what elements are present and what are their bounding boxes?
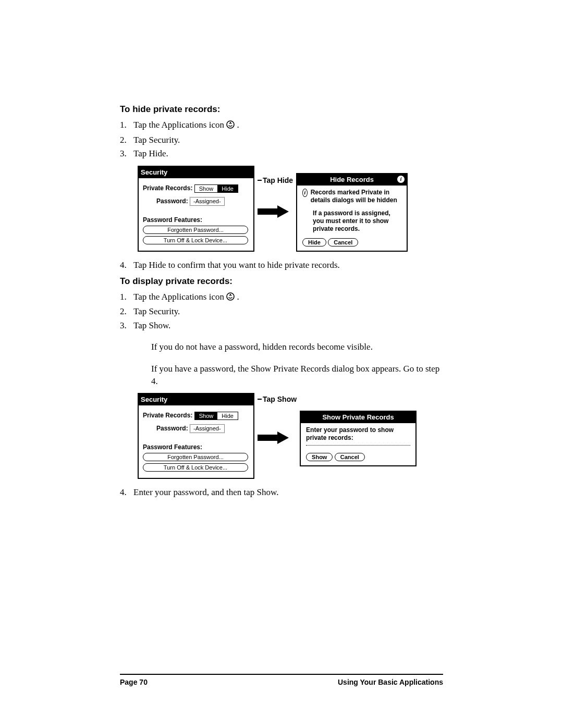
- step-text: Tap Hide.: [133, 147, 443, 161]
- applications-icon: [226, 120, 235, 133]
- panel-title: Security: [141, 168, 167, 176]
- list-item: 3. Tap Hide.: [120, 147, 443, 161]
- hide-button[interactable]: Hide: [302, 238, 326, 246]
- private-records-toggle[interactable]: Show Hide: [194, 412, 238, 420]
- info-icon[interactable]: i: [397, 175, 405, 183]
- cancel-button[interactable]: Cancel: [335, 453, 365, 461]
- page-footer: Page 70 Using Your Basic Applications: [120, 674, 443, 686]
- password-value[interactable]: -Assigned-: [190, 424, 225, 433]
- text: Tap the Applications icon: [133, 292, 226, 302]
- step-number: 2.: [120, 305, 133, 318]
- text: .: [237, 292, 239, 302]
- applications-icon: [226, 292, 235, 305]
- security-panel: Security Private Records: Show Hide Pass…: [138, 393, 254, 479]
- heading-display: To display private records:: [120, 276, 443, 287]
- list-item: 4. Tap Hide to confirm that you want to …: [120, 259, 443, 272]
- show-button[interactable]: Show: [306, 453, 333, 461]
- toggle-show[interactable]: Show: [195, 412, 218, 419]
- private-records-toggle[interactable]: Show Hide: [194, 184, 238, 193]
- list-item: 2. Tap Security.: [120, 134, 443, 147]
- turn-off-lock-button[interactable]: Turn Off & Lock Device...: [143, 236, 248, 244]
- dialog-title: Hide Records: [330, 176, 374, 183]
- text: .: [237, 120, 239, 130]
- info-icon: i: [302, 189, 308, 197]
- password-input[interactable]: [306, 445, 410, 446]
- security-panel: Security Private Records: Show Hide Pass…: [138, 166, 254, 252]
- forgotten-password-button[interactable]: Forgotten Password...: [143, 226, 248, 234]
- note-text: If you have a password, the Show Private…: [151, 363, 443, 388]
- step-text: Tap Security.: [133, 134, 443, 147]
- show-private-records-dialog: Show Private Records Enter your password…: [300, 411, 417, 466]
- password-label: Password:: [156, 198, 188, 205]
- step-text: Tap Show.: [133, 319, 443, 332]
- toggle-show[interactable]: Show: [195, 185, 218, 192]
- step-number: 3.: [120, 319, 133, 332]
- step-number: 1.: [120, 291, 133, 305]
- svg-marker-5: [258, 431, 289, 444]
- steps-hide-cont: 4. Tap Hide to confirm that you want to …: [120, 259, 443, 272]
- cancel-button[interactable]: Cancel: [328, 238, 358, 246]
- forgotten-password-button[interactable]: Forgotten Password...: [143, 453, 248, 461]
- private-records-label: Private Records:: [143, 184, 192, 192]
- password-features-label: Password Features:: [143, 216, 202, 224]
- dialog-title: Show Private Records: [322, 413, 394, 421]
- step-number: 2.: [120, 134, 133, 147]
- dialog-text: Records marked Private in details dialog…: [311, 189, 401, 204]
- password-value[interactable]: -Assigned-: [190, 197, 225, 206]
- turn-off-lock-button[interactable]: Turn Off & Lock Device...: [143, 463, 248, 472]
- dialog-text: If a password is assigned, you must ente…: [313, 209, 401, 233]
- step-text: Tap the Applications icon .: [133, 119, 443, 133]
- step-text: Tap Security.: [133, 305, 443, 318]
- step-number: 3.: [120, 147, 133, 161]
- step-text: Enter your password, and then tap Show.: [133, 486, 443, 499]
- steps-hide: 1. Tap the Applications icon . 2. Tap Se…: [120, 119, 443, 161]
- toggle-hide[interactable]: Hide: [217, 412, 238, 419]
- panel-title: Security: [141, 396, 167, 403]
- list-item: 3. Tap Show.: [120, 319, 443, 332]
- figure-hide: Security Private Records: Show Hide Pass…: [138, 166, 443, 252]
- password-features-label: Password Features:: [143, 443, 202, 451]
- private-records-label: Private Records:: [143, 412, 192, 419]
- step-number: 1.: [120, 119, 133, 133]
- dialog-text: Enter your password to show private reco…: [306, 426, 410, 442]
- note-text: If you do not have a password, hidden re…: [151, 341, 443, 353]
- step-text: Tap the Applications icon .: [133, 291, 443, 305]
- list-item: 1. Tap the Applications icon .: [120, 291, 443, 305]
- step-number: 4.: [120, 259, 133, 272]
- page-number: Page 70: [120, 678, 148, 686]
- password-label: Password:: [156, 425, 188, 432]
- list-item: 1. Tap the Applications icon .: [120, 119, 443, 133]
- list-item: 2. Tap Security.: [120, 305, 443, 318]
- toggle-hide[interactable]: Hide: [217, 185, 238, 192]
- figure-show: Security Private Records: Show Hide Pass…: [138, 393, 443, 479]
- step-text: Tap Hide to confirm that you want to hid…: [133, 259, 443, 272]
- list-item: 4. Enter your password, and then tap Sho…: [120, 486, 443, 499]
- section-title: Using Your Basic Applications: [338, 678, 443, 686]
- footer-rule: [120, 674, 443, 675]
- heading-hide: To hide private records:: [120, 104, 443, 115]
- svg-marker-2: [258, 205, 289, 218]
- arrow-icon: [258, 431, 289, 446]
- steps-display: 1. Tap the Applications icon . 2. Tap Se…: [120, 291, 443, 332]
- callout-tap-hide: Tap Hide: [263, 176, 293, 184]
- text: Tap the Applications icon: [133, 120, 226, 130]
- arrow-icon: [258, 205, 289, 220]
- step-number: 4.: [120, 486, 133, 499]
- steps-display-cont: 4. Enter your password, and then tap Sho…: [120, 486, 443, 499]
- callout-tap-show: Tap Show: [263, 395, 297, 403]
- hide-records-dialog: Hide Records i i Records marked Private …: [296, 173, 408, 252]
